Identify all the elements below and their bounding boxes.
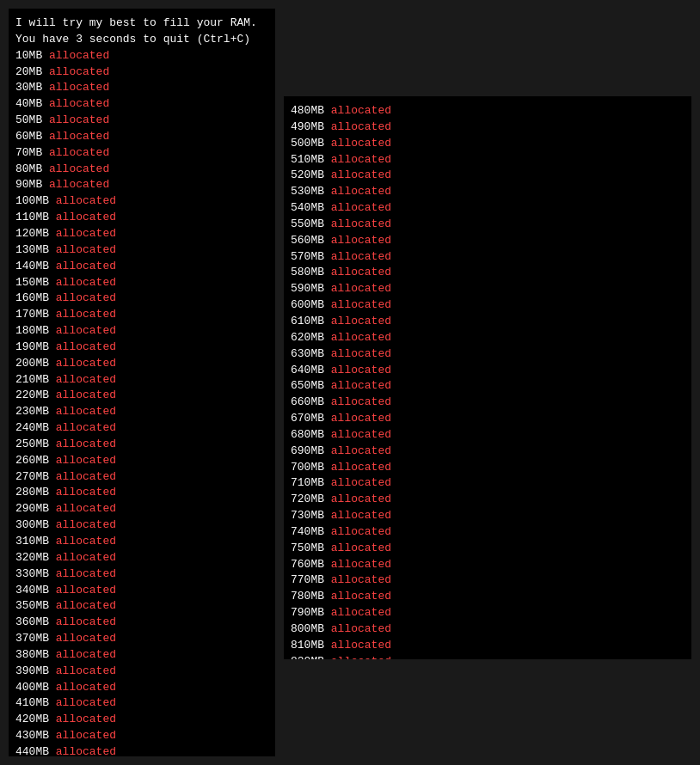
allocation-line: 770MB allocated bbox=[291, 572, 685, 589]
allocation-line: 40MB allocated bbox=[15, 96, 268, 113]
allocation-line: 790MB allocated bbox=[291, 605, 685, 621]
allocation-line: 500MB allocated bbox=[291, 136, 685, 152]
allocation-line: 710MB allocated bbox=[291, 475, 685, 492]
allocation-line: 80MB allocated bbox=[15, 162, 268, 178]
allocation-line: 440MB allocated bbox=[15, 744, 268, 756]
allocation-line: 60MB allocated bbox=[15, 129, 268, 145]
allocation-line: 760MB allocated bbox=[291, 557, 685, 573]
allocation-line: 580MB allocated bbox=[291, 265, 685, 281]
allocation-line: 780MB allocated bbox=[291, 589, 685, 605]
allocation-line: 550MB allocated bbox=[291, 217, 685, 233]
allocation-line: 120MB allocated bbox=[15, 226, 268, 242]
allocation-line: 750MB allocated bbox=[291, 541, 685, 557]
allocation-line: 50MB allocated bbox=[15, 113, 268, 129]
allocation-line: 70MB allocated bbox=[15, 145, 268, 162]
allocation-line: 690MB allocated bbox=[291, 444, 685, 460]
allocation-line: 150MB allocated bbox=[15, 275, 268, 291]
allocation-line: 290MB allocated bbox=[15, 501, 268, 517]
allocation-line: 240MB allocated bbox=[15, 420, 268, 437]
terminal-right: 480MB allocated490MB allocated500MB allo… bbox=[284, 96, 691, 659]
allocation-line: 520MB allocated bbox=[291, 168, 685, 184]
allocation-line: 510MB allocated bbox=[291, 152, 685, 168]
allocation-line: 530MB allocated bbox=[291, 184, 685, 200]
allocation-line: 740MB allocated bbox=[291, 524, 685, 541]
allocation-line: 660MB allocated bbox=[291, 395, 685, 411]
allocation-line: 810MB allocated bbox=[291, 638, 685, 654]
allocation-line: 180MB allocated bbox=[15, 323, 268, 340]
allocation-line: 560MB allocated bbox=[291, 233, 685, 249]
allocation-line: 170MB allocated bbox=[15, 307, 268, 323]
intro-line-2: You have 3 seconds to quit (Ctrl+C) bbox=[15, 32, 268, 48]
allocation-line: 540MB allocated bbox=[291, 200, 685, 217]
allocation-line: 160MB allocated bbox=[15, 291, 268, 307]
allocation-line: 190MB allocated bbox=[15, 340, 268, 356]
allocation-line: 370MB allocated bbox=[15, 631, 268, 647]
allocation-line: 310MB allocated bbox=[15, 534, 268, 550]
allocation-line: 570MB allocated bbox=[291, 249, 685, 266]
allocation-line: 350MB allocated bbox=[15, 598, 268, 615]
allocation-line: 400MB allocated bbox=[15, 680, 268, 696]
allocation-line: 300MB allocated bbox=[15, 517, 268, 534]
allocation-line: 820MB allocated bbox=[291, 654, 685, 659]
allocation-line: 330MB allocated bbox=[15, 566, 268, 583]
allocation-line: 20MB allocated bbox=[15, 64, 268, 81]
allocation-line: 800MB allocated bbox=[291, 621, 685, 638]
allocation-line: 230MB allocated bbox=[15, 404, 268, 420]
allocation-line: 380MB allocated bbox=[15, 647, 268, 664]
allocation-line: 280MB allocated bbox=[15, 485, 268, 501]
allocation-line: 110MB allocated bbox=[15, 210, 268, 226]
allocation-line: 360MB allocated bbox=[15, 615, 268, 631]
allocation-line: 610MB allocated bbox=[291, 314, 685, 330]
allocation-line: 410MB allocated bbox=[15, 695, 268, 712]
allocation-line: 10MB allocated bbox=[15, 48, 268, 64]
allocation-line: 700MB allocated bbox=[291, 460, 685, 476]
allocation-line: 250MB allocated bbox=[15, 437, 268, 453]
allocation-line: 600MB allocated bbox=[291, 297, 685, 314]
allocation-line: 730MB allocated bbox=[291, 508, 685, 524]
terminal-left: I will try my best to fill your RAM. You… bbox=[9, 9, 275, 756]
allocation-line: 390MB allocated bbox=[15, 664, 268, 680]
allocation-line: 260MB allocated bbox=[15, 453, 268, 469]
allocation-line: 320MB allocated bbox=[15, 550, 268, 566]
intro-line-1: I will try my best to fill your RAM. bbox=[15, 15, 268, 32]
allocation-line: 220MB allocated bbox=[15, 388, 268, 404]
allocation-line: 680MB allocated bbox=[291, 427, 685, 444]
allocation-line: 590MB allocated bbox=[291, 281, 685, 297]
right-allocations: 480MB allocated490MB allocated500MB allo… bbox=[291, 103, 685, 659]
allocation-line: 420MB allocated bbox=[15, 712, 268, 728]
allocation-line: 100MB allocated bbox=[15, 193, 268, 210]
allocation-line: 270MB allocated bbox=[15, 469, 268, 486]
allocation-line: 140MB allocated bbox=[15, 259, 268, 275]
allocation-line: 30MB allocated bbox=[15, 80, 268, 96]
allocation-line: 210MB allocated bbox=[15, 372, 268, 389]
allocation-line: 620MB allocated bbox=[291, 330, 685, 346]
left-allocations: 10MB allocated20MB allocated30MB allocat… bbox=[15, 48, 268, 756]
allocation-line: 430MB allocated bbox=[15, 728, 268, 744]
allocation-line: 90MB allocated bbox=[15, 177, 268, 193]
allocation-line: 640MB allocated bbox=[291, 363, 685, 379]
allocation-line: 650MB allocated bbox=[291, 378, 685, 395]
allocation-line: 200MB allocated bbox=[15, 356, 268, 372]
allocation-line: 720MB allocated bbox=[291, 492, 685, 508]
allocation-line: 130MB allocated bbox=[15, 242, 268, 259]
allocation-line: 480MB allocated bbox=[291, 103, 685, 119]
allocation-line: 490MB allocated bbox=[291, 119, 685, 136]
allocation-line: 340MB allocated bbox=[15, 583, 268, 599]
allocation-line: 670MB allocated bbox=[291, 411, 685, 427]
allocation-line: 630MB allocated bbox=[291, 346, 685, 363]
